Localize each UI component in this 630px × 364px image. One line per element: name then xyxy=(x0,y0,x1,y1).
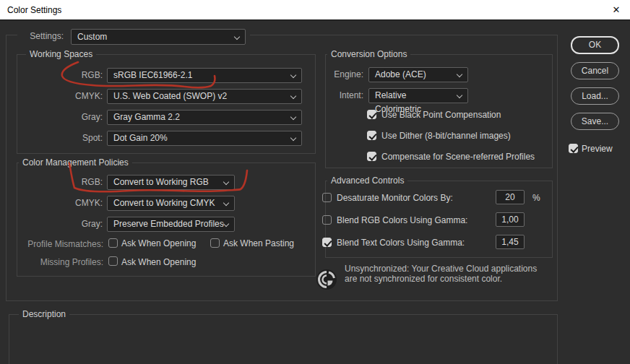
blend-rgb-gamma-label: Blend RGB Colors Using Gamma: xyxy=(337,215,467,226)
sync-status-icon xyxy=(316,269,337,290)
missing-ask-opening-checkbox[interactable] xyxy=(108,256,118,266)
settings-label: Settings: xyxy=(17,29,64,44)
ws-spot-select[interactable]: Dot Gain 20% xyxy=(107,131,302,146)
cmp-rgb-label: RGB: xyxy=(23,175,103,190)
description-legend: Description xyxy=(19,309,69,319)
load-button[interactable]: Load... xyxy=(571,87,619,105)
ws-spot-value: Dot Gain 20% xyxy=(113,133,168,143)
chevron-down-icon xyxy=(223,221,229,227)
ws-cmyk-label: CMYK: xyxy=(23,89,103,104)
black-point-compensation-label: Use Black Point Compensation xyxy=(381,110,501,121)
preview-label: Preview xyxy=(582,144,613,155)
dialog-title: Color Settings xyxy=(7,5,61,15)
working-spaces-legend: Working Spaces xyxy=(26,49,96,59)
description-group: Description xyxy=(9,314,558,364)
cmp-cmyk-select[interactable]: Convert to Working CMYK xyxy=(107,196,235,211)
ws-rgb-value: sRGB IEC61966-2.1 xyxy=(113,70,192,80)
ws-spot-label: Spot: xyxy=(23,131,103,146)
percent-suffix: % xyxy=(532,193,540,204)
mismatch-ask-pasting-label: Ask When Pasting xyxy=(223,238,294,249)
intent-select[interactable]: Relative Colorimetric xyxy=(368,88,468,103)
missing-ask-opening-label: Ask When Opening xyxy=(121,257,196,268)
cmp-cmyk-value: Convert to Working CMYK xyxy=(113,198,215,208)
chevron-down-icon xyxy=(223,179,229,185)
black-point-compensation-checkbox[interactable] xyxy=(367,110,376,119)
engine-value: Adobe (ACE) xyxy=(375,69,426,79)
ws-cmyk-select[interactable]: U.S. Web Coated (SWOP) v2 xyxy=(107,89,302,104)
cmp-rgb-select[interactable]: Convert to Working RGB xyxy=(107,175,235,190)
blend-rgb-gamma-input[interactable]: 1,00 xyxy=(496,212,525,227)
settings-value: Custom xyxy=(77,32,107,42)
color-management-legend: Color Management Policies xyxy=(19,157,132,168)
chevron-down-icon xyxy=(223,200,229,206)
chevron-down-icon xyxy=(234,34,240,40)
chevron-down-icon xyxy=(290,114,296,120)
mismatch-ask-opening-label: Ask When Opening xyxy=(121,238,196,249)
cmp-gray-value: Preserve Embedded Profiles xyxy=(113,219,224,229)
title-bar: Color Settings ✕ xyxy=(0,0,630,20)
color-settings-dialog: Color Settings ✕ Settings: Custom Workin… xyxy=(0,0,630,364)
cmp-gray-label: Gray: xyxy=(23,217,103,232)
blend-text-gamma-checkbox[interactable] xyxy=(322,238,332,247)
ws-cmyk-value: U.S. Web Coated (SWOP) v2 xyxy=(113,91,227,101)
save-button[interactable]: Save... xyxy=(571,113,619,130)
settings-row: Settings: Custom xyxy=(17,27,250,46)
sync-status-line1: Unsynchronized: Your Creative Cloud appl… xyxy=(345,264,537,274)
scene-referred-label: Compensate for Scene-referred Profiles xyxy=(381,152,535,162)
missing-profiles-label: Missing Profiles: xyxy=(17,257,103,268)
preview-checkbox[interactable] xyxy=(569,144,578,153)
cmp-cmyk-label: CMYK: xyxy=(23,196,103,211)
settings-select[interactable]: Custom xyxy=(71,29,246,45)
cmp-gray-select[interactable]: Preserve Embedded Profiles xyxy=(107,217,235,232)
scene-referred-checkbox[interactable] xyxy=(367,152,376,161)
cmp-rgb-value: Convert to Working RGB xyxy=(113,177,209,187)
ws-rgb-label: RGB: xyxy=(23,68,103,83)
profile-mismatches-label: Profile Mismatches: xyxy=(17,239,103,250)
desaturate-monitor-checkbox[interactable] xyxy=(322,193,332,202)
use-dither-label: Use Dither (8-bit/channel images) xyxy=(381,131,511,142)
blend-text-gamma-input[interactable]: 1,45 xyxy=(496,235,525,249)
ws-gray-label: Gray: xyxy=(23,110,103,125)
cancel-button[interactable]: Cancel xyxy=(571,62,619,79)
intent-label: Intent: xyxy=(295,88,363,103)
mismatch-ask-pasting-checkbox[interactable] xyxy=(210,238,220,248)
chevron-down-icon xyxy=(457,72,462,77)
sync-status-line2: are not synchronized for consistent colo… xyxy=(345,274,537,284)
engine-label: Engine: xyxy=(295,67,363,82)
conversion-options-legend: Conversion Options xyxy=(327,49,410,59)
close-icon[interactable]: ✕ xyxy=(610,4,623,17)
blend-rgb-gamma-checkbox[interactable] xyxy=(322,215,332,225)
mismatch-ask-opening-checkbox[interactable] xyxy=(108,238,118,248)
ws-gray-select[interactable]: Gray Gamma 2.2 xyxy=(107,110,302,125)
desaturate-monitor-label: Desaturate Monitor Colors By: xyxy=(337,193,453,204)
engine-select[interactable]: Adobe (ACE) xyxy=(368,67,468,82)
chevron-down-icon xyxy=(290,135,296,141)
use-dither-checkbox[interactable] xyxy=(367,131,376,140)
sync-status-text: Unsynchronized: Your Creative Cloud appl… xyxy=(345,264,537,284)
blend-text-gamma-label: Blend Text Colors Using Gamma: xyxy=(337,238,465,248)
ok-button[interactable]: OK xyxy=(571,36,619,54)
ws-gray-value: Gray Gamma 2.2 xyxy=(113,112,180,122)
ws-rgb-select[interactable]: sRGB IEC61966-2.1 xyxy=(107,68,302,83)
advanced-controls-legend: Advanced Controls xyxy=(327,176,407,186)
chevron-down-icon xyxy=(457,92,462,98)
desaturate-percent-input[interactable]: 20 xyxy=(496,190,525,204)
